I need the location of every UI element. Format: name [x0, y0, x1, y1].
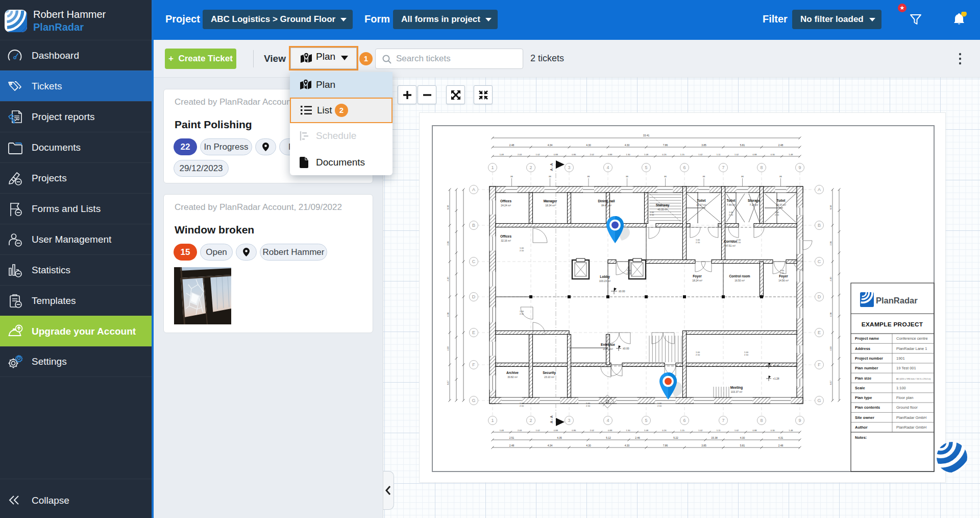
svg-text:PlanRadar GmbH: PlanRadar GmbH — [896, 415, 926, 420]
svg-text:103.37 m²: 103.37 m² — [731, 390, 743, 393]
svg-text:2.51: 2.51 — [509, 436, 514, 439]
svg-text:B: B — [472, 223, 475, 228]
svg-text:2: 2 — [529, 418, 532, 423]
svg-text:2: 2 — [529, 165, 532, 170]
svg-text:5: 5 — [645, 418, 647, 423]
svg-text:103.23 m²: 103.23 m² — [599, 279, 611, 282]
svg-text:Stairway: Stairway — [656, 203, 670, 207]
svg-text:84.45 m²: 84.45 m² — [601, 204, 611, 207]
svg-text:D: D — [818, 294, 821, 299]
svg-text:18.34 m²: 18.34 m² — [545, 204, 555, 207]
svg-text:9: 9 — [798, 165, 801, 170]
svg-text:2.10: 2.10 — [696, 354, 700, 356]
svg-text:C: C — [818, 259, 821, 264]
svg-text:Scale: Scale — [855, 386, 865, 390]
svg-text:Offices: Offices — [500, 234, 511, 238]
svg-text:4.38: 4.38 — [447, 312, 449, 317]
svg-text:EXAMPLE PROJECT: EXAMPLE PROJECT — [862, 321, 923, 328]
svg-text:Plan type: Plan type — [855, 395, 872, 400]
svg-text:2.10: 2.10 — [520, 249, 524, 252]
svg-text:7: 7 — [722, 418, 724, 423]
svg-text:5: 5 — [645, 165, 647, 170]
svg-text:88: 88 — [779, 175, 782, 178]
svg-text:PlanRadar: PlanRadar — [876, 296, 918, 305]
svg-text:Lobby: Lobby — [600, 275, 610, 279]
svg-text:Project number: Project number — [855, 356, 883, 361]
svg-text:88: 88 — [626, 175, 628, 178]
svg-text:15.38: 15.38 — [711, 436, 718, 439]
svg-text:3: 3 — [568, 418, 570, 423]
svg-text:Plan size: Plan size — [855, 376, 871, 381]
svg-text:D: D — [472, 294, 476, 299]
svg-text:1:100: 1:100 — [896, 386, 906, 390]
svg-text:0.30: 0.30 — [771, 153, 775, 156]
svg-text:2.46: 2.46 — [635, 436, 640, 439]
svg-text:7.44 m²: 7.44 m² — [727, 203, 736, 206]
svg-text:1.02: 1.02 — [734, 429, 739, 432]
svg-text:1.02: 1.02 — [698, 153, 703, 156]
svg-text:1.11: 1.11 — [717, 429, 721, 432]
svg-text:A - A: A - A — [550, 163, 553, 171]
svg-text:1.48: 1.48 — [500, 153, 504, 156]
svg-text:1: 1 — [491, 418, 494, 423]
svg-text:Toilet: Toilet — [697, 199, 706, 202]
svg-text:7.86: 7.86 — [663, 144, 668, 147]
svg-text:21.41 m²: 21.41 m² — [603, 347, 613, 350]
svg-text:E: E — [472, 330, 475, 335]
svg-text:4.30: 4.30 — [740, 436, 745, 439]
svg-text:4.34: 4.34 — [548, 144, 553, 147]
svg-text:2.10: 2.10 — [586, 405, 591, 407]
svg-text:Project name: Project name — [855, 336, 879, 341]
svg-text:Toilet: Toilet — [777, 199, 786, 202]
svg-text:14.56 m²: 14.56 m² — [778, 279, 789, 282]
svg-text:32.16 m²: 32.16 m² — [501, 239, 511, 242]
svg-text:Notes:: Notes: — [855, 435, 867, 440]
svg-text:Storage: Storage — [748, 199, 761, 203]
svg-text:3.85: 3.85 — [701, 144, 706, 147]
svg-text:1.15: 1.15 — [680, 153, 685, 156]
svg-text:2.10: 2.10 — [657, 405, 662, 407]
svg-text:G: G — [472, 398, 475, 403]
svg-text:0.26: 0.26 — [662, 153, 667, 156]
svg-text:3.85: 3.85 — [701, 444, 706, 447]
svg-text:E: E — [818, 330, 821, 335]
svg-text:1.48: 1.48 — [500, 429, 504, 432]
svg-text:1: 1 — [491, 165, 494, 170]
svg-text:23.10 m²: 23.10 m² — [544, 375, 554, 379]
svg-text:45.35 m²: 45.35 m² — [657, 208, 668, 211]
svg-text:47.51 m²: 47.51 m² — [725, 244, 736, 247]
svg-text:88: 88 — [664, 175, 667, 178]
svg-text:4.30: 4.30 — [625, 444, 630, 447]
svg-text:0.88: 0.88 — [608, 429, 612, 432]
svg-text:+1.28: +1.28 — [773, 377, 779, 380]
svg-text:88: 88 — [549, 175, 551, 178]
svg-text:Site owner: Site owner — [855, 415, 874, 420]
svg-text:33.41: 33.41 — [643, 134, 650, 137]
svg-text:2.10: 2.10 — [737, 241, 741, 244]
svg-text:2.10: 2.10 — [744, 354, 749, 356]
svg-text:4: 4 — [606, 165, 609, 170]
svg-text:PlanRadar Lane 1: PlanRadar Lane 1 — [896, 346, 927, 351]
svg-text:7.86: 7.86 — [663, 444, 668, 447]
svg-text:4.35: 4.35 — [557, 436, 562, 439]
svg-text:G: G — [817, 398, 821, 403]
svg-text:1901: 1901 — [896, 356, 905, 361]
svg-text:1.02: 1.02 — [734, 153, 739, 156]
svg-text:Floor plan: Floor plan — [896, 395, 913, 400]
svg-text:24.24 m²: 24.24 m² — [501, 204, 511, 207]
svg-text:2.10: 2.10 — [729, 214, 733, 216]
svg-text:8.17: 8.17 — [829, 380, 832, 385]
svg-text:1.15: 1.15 — [680, 429, 685, 432]
svg-text:7: 7 — [722, 165, 724, 170]
svg-text:2.03: 2.03 — [518, 429, 522, 432]
svg-text:1.02: 1.02 — [535, 429, 540, 432]
svg-text:Entrance: Entrance — [601, 343, 615, 346]
svg-text:4.10: 4.10 — [829, 277, 832, 281]
svg-text:88: 88 — [587, 175, 590, 178]
svg-text:2.10: 2.10 — [520, 405, 524, 407]
svg-text:0.30: 0.30 — [771, 429, 775, 432]
svg-text:2.10: 2.10 — [775, 214, 779, 216]
svg-text:Dining hall: Dining hall — [598, 199, 615, 203]
svg-text:3: 3 — [568, 165, 570, 170]
svg-text:1.02: 1.02 — [698, 429, 703, 432]
